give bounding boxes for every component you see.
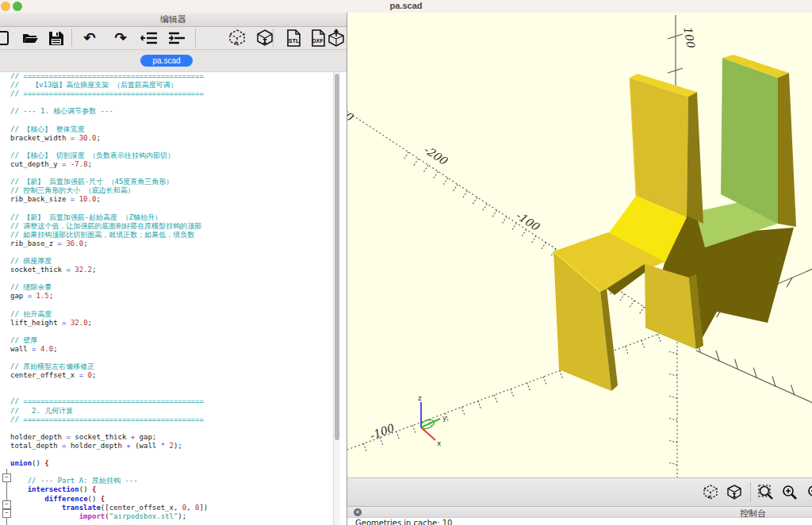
gizmo-x-axis — [421, 427, 435, 440]
editor-scrollbar-thumb[interactable] — [335, 74, 339, 440]
export-cube-icon — [327, 29, 346, 48]
viewport-3d[interactable]: 100 -300 -200 -100 -100 z y x — [347, 13, 812, 477]
fold-marker-intersection[interactable]: − — [2, 500, 11, 509]
undo-icon: ↶ — [83, 31, 95, 45]
indent-icon — [168, 32, 186, 44]
preview-cube-icon: » — [228, 29, 247, 48]
x-axis-label-200: -200 — [421, 143, 450, 167]
toolbar-separator — [273, 29, 274, 47]
preview-cube-icon: » — [702, 484, 719, 501]
new-file-icon — [0, 30, 9, 46]
tab-pa-scad[interactable]: pa.scad — [140, 55, 193, 67]
model-channel-back-green — [721, 58, 778, 224]
toolbar-separator — [71, 29, 72, 47]
svg-text:»: » — [234, 39, 238, 47]
window-title: pa.scad — [0, 1, 812, 10]
unindent-button[interactable] — [138, 28, 160, 48]
preview-button[interactable]: » — [226, 28, 248, 48]
export-model-button[interactable] — [325, 28, 347, 48]
zoom-out-button[interactable] — [803, 481, 812, 504]
toolbar-separator — [195, 29, 196, 47]
redo-icon: ↷ — [114, 31, 126, 45]
render-cube-icon — [726, 484, 743, 501]
toolbar-separator — [750, 483, 751, 502]
svg-text:DXF: DXF — [312, 38, 324, 44]
svg-text:STL: STL — [289, 37, 301, 44]
z-axis-label: 100 — [681, 25, 698, 49]
model-plate-side — [687, 92, 703, 224]
undo-button[interactable]: ↶ — [79, 28, 101, 48]
x-axis-label-100: -100 — [513, 209, 542, 233]
zoom-all-button[interactable] — [754, 481, 778, 504]
svg-text:»: » — [707, 493, 711, 500]
open-folder-icon — [21, 31, 39, 45]
redo-button[interactable]: ↷ — [109, 28, 132, 48]
origin-gizmo: z y x — [418, 394, 447, 447]
render-cube-icon — [255, 29, 274, 48]
fold-marker-difference[interactable]: − — [2, 509, 11, 518]
editor-panel: 编辑器 ↶ — [0, 13, 347, 525]
vp-render-button[interactable] — [722, 481, 746, 504]
zoom-out-icon — [806, 484, 812, 501]
model-channel-side — [778, 73, 796, 227]
editor-panel-title: 编辑器 — [0, 13, 347, 26]
zoom-all-icon — [757, 484, 775, 501]
x-axis-label-far: -300 — [347, 99, 355, 124]
code-editor[interactable]: // =====================================… — [0, 72, 340, 525]
indent-button[interactable] — [166, 28, 188, 48]
zoom-in-icon — [781, 484, 799, 501]
editor-scrollbar[interactable] — [333, 72, 340, 525]
fold-marker-union[interactable]: − — [2, 473, 11, 482]
gizmo-y-label: y — [442, 414, 447, 422]
console-close-button[interactable]: ✕ — [354, 508, 362, 516]
gizmo-x-label: x — [437, 439, 442, 447]
export-stl-button[interactable]: STL — [282, 28, 304, 48]
gizmo-z-label: z — [418, 394, 422, 402]
console-header: ✕ 控制台 — [347, 506, 812, 518]
y-axis-label-100: -100 — [367, 421, 396, 443]
console-log-area[interactable]: Geometries in cache: 10 — [347, 517, 812, 525]
viewport-canvas[interactable]: 100 -300 -200 -100 -100 z y x — [347, 13, 812, 477]
editor-tabbar: pa.scad — [0, 50, 347, 72]
editor-toolbar: ↶ ↷ » — [0, 27, 347, 50]
open-button[interactable] — [19, 28, 41, 48]
model-bracket — [553, 55, 796, 391]
save-floppy-icon — [48, 31, 64, 46]
stl-file-icon: STL — [285, 29, 302, 47]
vp-preview-button[interactable]: » — [699, 481, 722, 504]
window-titlebar[interactable]: pa.scad — [0, 0, 812, 13]
console-log-line: Geometries in cache: 10 — [355, 519, 812, 525]
code-lines: // =====================================… — [10, 72, 208, 521]
zoom-in-button[interactable] — [778, 481, 802, 504]
viewport-toolbar: » — [347, 477, 812, 507]
openscad-window: pa.scad 编辑器 — [0, 0, 812, 525]
save-button[interactable] — [45, 28, 67, 48]
model-plate-front — [630, 78, 688, 217]
new-file-button[interactable] — [0, 28, 11, 48]
dxf-file-icon: DXF — [309, 29, 327, 47]
editor-panel-header[interactable]: 编辑器 — [0, 13, 347, 27]
unindent-icon — [140, 32, 158, 44]
